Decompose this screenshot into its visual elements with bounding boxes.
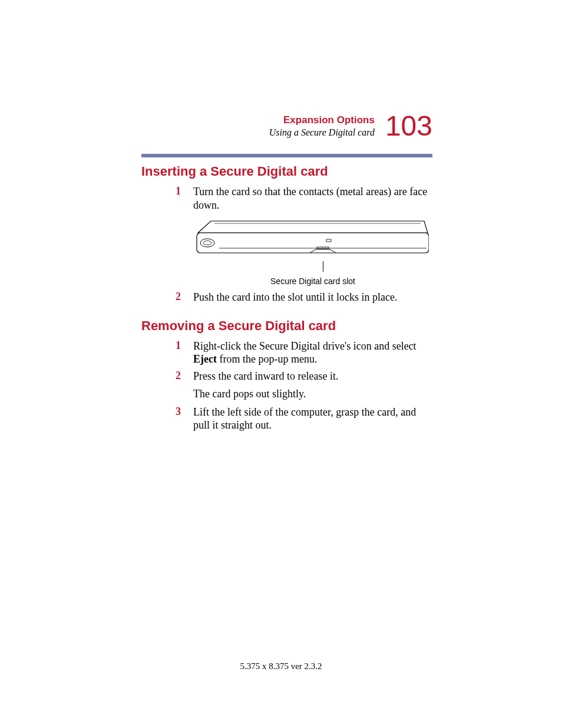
laptop-side-icon	[193, 219, 429, 261]
step-text: Push the card into the slot until it loc…	[193, 291, 397, 304]
step-number: 3	[176, 406, 193, 432]
removing-step-3: 3 Lift the left side of the computer, gr…	[176, 406, 432, 432]
header-subtitle: Using a Secure Digital card	[269, 127, 375, 138]
step-text: Right-click the Secure Digital drive's i…	[193, 340, 432, 366]
section-heading-removing: Removing a Secure Digital card	[141, 318, 432, 334]
header-text-block: Expansion Options Using a Secure Digital…	[269, 114, 375, 138]
step-text-bold: Eject	[193, 353, 217, 365]
inserting-step-1: 1 Turn the card so that the contacts (me…	[176, 185, 432, 212]
step-text: Lift the left side of the computer, gras…	[193, 406, 432, 432]
section-heading-inserting: Inserting a Secure Digital card	[141, 164, 432, 179]
step-number: 1	[176, 185, 193, 212]
step-number: 2	[176, 291, 193, 304]
page-header: Expansion Options Using a Secure Digital…	[269, 112, 432, 140]
step-text: Press the card inward to release it.	[193, 370, 338, 383]
laptop-side-illustration	[193, 219, 429, 261]
removing-step-2: 2 Press the card inward to release it.	[176, 370, 432, 383]
page-footer: 5.375 x 8.375 ver 2.3.2	[0, 661, 562, 671]
figure-caption: Secure Digital card slot	[193, 276, 432, 286]
svg-point-4	[203, 241, 211, 245]
step-number: 1	[176, 340, 193, 366]
inserting-step-2: 2 Push the card into the slot until it l…	[176, 291, 432, 304]
figure-leader	[193, 261, 429, 274]
step-number: 2	[176, 370, 193, 383]
header-divider	[141, 154, 432, 157]
page-number: 103	[385, 112, 432, 140]
content-area: Inserting a Secure Digital card 1 Turn t…	[141, 164, 432, 436]
step-text: Turn the card so that the contacts (meta…	[193, 185, 432, 212]
step-text-part-a: Right-click the Secure Digital drive's i…	[193, 340, 416, 352]
step-text-part-b: from the pop-up menu.	[217, 353, 317, 365]
removing-step-1: 1 Right-click the Secure Digital drive's…	[176, 340, 432, 366]
svg-marker-0	[198, 221, 428, 233]
leader-line	[323, 261, 323, 272]
svg-rect-2	[197, 233, 429, 253]
laptop-figure: Secure Digital card slot	[193, 219, 432, 286]
page: Expansion Options Using a Secure Digital…	[0, 0, 562, 728]
removing-step-2-continuation: The card pops out slightly.	[193, 387, 432, 401]
chapter-title: Expansion Options	[283, 114, 375, 126]
